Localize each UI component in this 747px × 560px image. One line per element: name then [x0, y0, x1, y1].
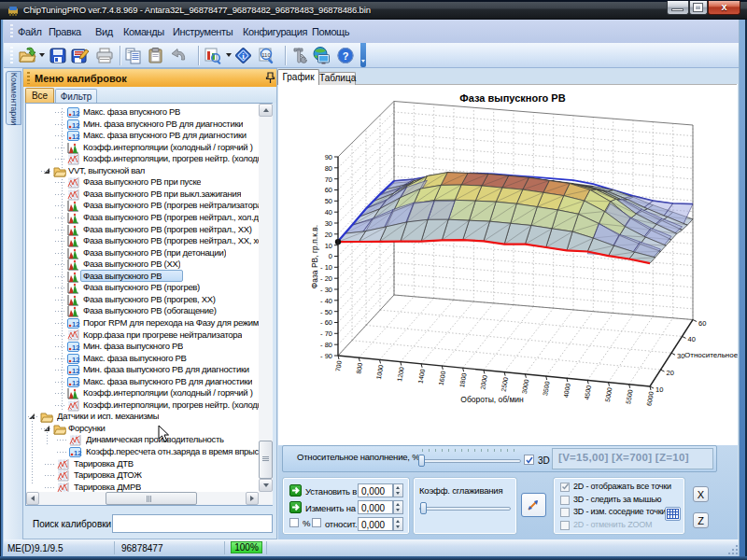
- svg-text:3500: 3500: [542, 381, 551, 397]
- svg-text:70: 70: [325, 175, 332, 184]
- svg-text:- 60: - 60: [320, 318, 332, 327]
- svg-text:3000: 3000: [521, 379, 530, 395]
- svg-text:- 50: - 50: [320, 308, 332, 316]
- svg-text:0: 0: [329, 252, 332, 260]
- svg-text:90: 90: [325, 153, 332, 161]
- svg-text:6000: 6000: [645, 391, 655, 407]
- svg-text:- 20: - 20: [320, 274, 332, 283]
- svg-text:20: 20: [325, 231, 332, 239]
- svg-text:12: 12: [72, 320, 79, 329]
- svg-text:4500: 4500: [584, 385, 593, 400]
- svg-text:Фаза выпускного РВ: Фаза выпускного РВ: [459, 92, 565, 104]
- svg-text:5500: 5500: [625, 389, 634, 405]
- svg-text:- 90: - 90: [320, 352, 332, 360]
- svg-text:30: 30: [325, 219, 332, 228]
- svg-text:12: 12: [72, 356, 79, 364]
- svg-text:?: ?: [343, 50, 349, 62]
- svg-text:20: 20: [667, 369, 674, 377]
- svg-text:1600: 1600: [438, 371, 447, 386]
- svg-text:60: 60: [698, 319, 706, 328]
- svg-text:50: 50: [325, 197, 332, 205]
- svg-text:4000: 4000: [562, 383, 571, 399]
- svg-text:800: 800: [355, 362, 363, 374]
- svg-text:Фаза РВ, гр.п.к.в.: Фаза РВ, гр.п.к.в.: [310, 225, 319, 288]
- svg-text:2000: 2000: [479, 374, 488, 390]
- svg-text:700: 700: [334, 360, 343, 372]
- svg-text:60: 60: [325, 186, 332, 194]
- svg-text:- 80: - 80: [320, 341, 332, 349]
- svg-text:12: 12: [74, 449, 81, 457]
- svg-text:40: 40: [325, 208, 332, 217]
- svg-text:Относительное н: Относительное н: [684, 351, 738, 359]
- svg-text:12: 12: [72, 121, 79, 130]
- svg-text:10: 10: [325, 242, 332, 250]
- svg-text:12: 12: [72, 133, 79, 141]
- svg-text:1400: 1400: [416, 369, 426, 385]
- svg-text:- 10: - 10: [320, 263, 332, 272]
- svg-text:- 70: - 70: [320, 329, 332, 338]
- svg-text:10: 10: [655, 385, 663, 394]
- svg-text:12: 12: [72, 109, 79, 118]
- svg-text:- 30: - 30: [320, 286, 332, 294]
- svg-text:40: 40: [688, 335, 696, 343]
- svg-text:12: 12: [72, 379, 79, 387]
- svg-text:12: 12: [72, 343, 79, 352]
- svg-text:1200: 1200: [396, 366, 405, 382]
- svg-text:- 40: - 40: [320, 297, 332, 305]
- svg-text:Обороты, об/мин: Обороты, об/мин: [460, 395, 524, 404]
- svg-text:1800: 1800: [458, 372, 468, 388]
- svg-text:5000: 5000: [604, 386, 613, 402]
- svg-text:1000: 1000: [375, 364, 385, 380]
- svg-text:80: 80: [325, 164, 332, 173]
- svg-text:12: 12: [72, 367, 79, 375]
- svg-text:2500: 2500: [500, 376, 509, 392]
- svg-text:110: 110: [261, 52, 271, 58]
